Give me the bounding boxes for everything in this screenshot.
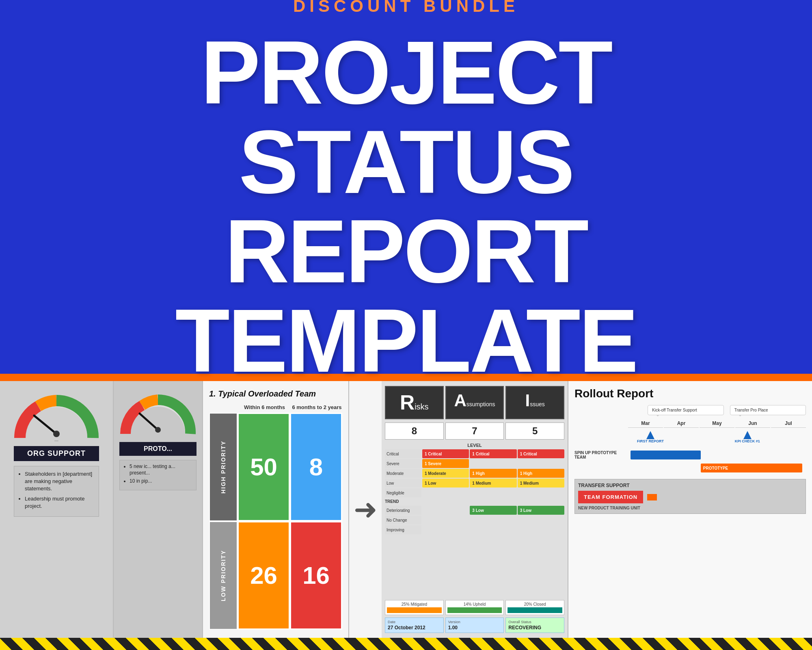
proto-gauge-container: [119, 389, 197, 438]
rai-headers: Risks Assumptions Issues: [385, 386, 564, 419]
rollout-speech-bubbles: Kick-off Transfer Support Transfer Pro P…: [574, 405, 806, 415]
rai-closed: 20% Closed: [505, 600, 564, 615]
rai-row-improving: Improving: [385, 525, 564, 534]
rai-table: Critical 1 Critical 1 Critical 1 Critica…: [385, 449, 564, 597]
arrow-section: ➜: [349, 381, 382, 638]
low-priority-label: LOW PRIORITY: [209, 521, 238, 630]
month-mar: Mar: [628, 419, 663, 428]
proto-bullet-2: 10 in pip...: [130, 478, 192, 485]
rai-i-header: Issues: [505, 386, 564, 419]
gantt-spinup-label: SPIN UP PROTOTYPE TEAM: [574, 451, 627, 459]
hero-section: DISCOUNT BUNDLE PROJECT STATUS REPORT TE…: [0, 0, 812, 374]
matrix-row-low: 26 16: [238, 521, 342, 630]
proto-bullets: 5 new ic... testing a... present... 10 i…: [119, 460, 197, 490]
org-support-label: ORG SUPPORT: [14, 446, 99, 461]
org-gauge-container: ...: [12, 389, 101, 442]
transfer-support-section: TRANSFER SUPPORT TEAM FORMATION NEW PROD…: [574, 479, 806, 514]
matrix-section: 1. Typical Overloaded Team Within 6 mont…: [203, 381, 382, 638]
rai-upheld: 14% Upheld: [445, 600, 504, 615]
rai-status: Overall Status RECOVERING: [505, 618, 564, 633]
rai-version: Version 1.00: [445, 618, 504, 633]
rollout-bar-2: [647, 494, 657, 500]
title-line2: REPORT TEMPLATE: [175, 202, 637, 391]
rai-a-header: Assumptions: [445, 386, 504, 419]
matrix-col2-header: 6 months to 2 years: [292, 404, 342, 411]
main-title: PROJECT STATUS REPORT TEMPLATE: [32, 28, 780, 386]
bubble-transfer: Transfer Pro Place: [730, 405, 806, 415]
cell-high-col2: 8: [290, 413, 342, 521]
rai-row-critical: Critical 1 Critical 1 Critical 1 Critica…: [385, 449, 564, 458]
new-product-label: NEW PRODUCT TRAINING UNIT: [578, 506, 802, 510]
rai-row-no-change: No Change: [385, 516, 564, 524]
month-may: May: [700, 419, 734, 428]
milestones-row: FIRST REPORT KPI CHECK #1: [574, 431, 806, 447]
rai-row-severe: Severe 1 Severe: [385, 459, 564, 468]
month-jun: Jun: [735, 419, 770, 428]
svg-point-4: [155, 427, 161, 433]
content-area: ... ORG SUPPORT Stakeholders in [departm…: [0, 381, 812, 638]
rai-row-negligible: Negligible: [385, 488, 564, 497]
rollout-title: Rollout Report: [574, 387, 806, 400]
hazard-stripe: [0, 638, 812, 650]
svg-line-3: [140, 414, 158, 430]
matrix-row-high: 50 8: [238, 413, 342, 521]
matrix-title: 1. Typical Overloaded Team: [209, 389, 342, 399]
org-gauge-svg: ...: [12, 389, 101, 442]
cell-low-col1: 26: [238, 521, 290, 630]
matrix-panel: 1. Typical Overloaded Team Within 6 mont…: [203, 381, 349, 638]
org-support-panel: ... ORG SUPPORT Stakeholders in [departm…: [0, 381, 114, 638]
month-headers: Mar Apr May Jun Jul: [574, 419, 806, 428]
matrix-cells: 50 8 26 16: [238, 413, 342, 630]
rai-date: Date 27 October 2012: [385, 618, 444, 633]
gantt-spinup-bar: [631, 451, 701, 459]
rai-r-count: 8: [385, 422, 444, 440]
rai-a-count: 7: [445, 422, 504, 440]
first-report-milestone: FIRST REPORT: [637, 431, 664, 443]
kpi-milestone: KPI CHECK #1: [735, 431, 760, 443]
matrix-body: HIGH PRIORITY LOW PRIORITY 50 8 26: [209, 413, 342, 630]
team-formation-button[interactable]: TEAM FORMATION: [578, 491, 643, 503]
cell-high-col1: 50: [238, 413, 290, 521]
team-formation-row: TEAM FORMATION: [578, 491, 802, 503]
high-priority-label: HIGH PRIORITY: [209, 413, 238, 521]
discount-label: DISCOUNT BUNDLE: [293, 0, 519, 16]
bottom-section: ... ORG SUPPORT Stakeholders in [departm…: [0, 381, 812, 650]
svg-line-0: [34, 416, 56, 434]
rai-date-row: Date 27 October 2012 Version 1.00 Overal…: [385, 618, 564, 633]
title-line1: PROJECT STATUS: [201, 23, 611, 212]
cell-low-col2: 16: [290, 521, 342, 630]
gantt-prototype-row: PROTOTYPE: [574, 463, 806, 473]
proto-gauge-svg: [119, 389, 197, 438]
month-apr: Apr: [664, 419, 699, 428]
rai-footer: 25% Mitigated 14% Upheld 20% Closed: [385, 600, 564, 615]
matrix-priority-col: HIGH PRIORITY LOW PRIORITY: [209, 413, 238, 630]
transfer-support-label: TRANSFER SUPPORT: [578, 483, 802, 488]
trend-label: TREND: [385, 498, 564, 505]
rai-level-header: LEVEL: [385, 443, 564, 448]
svg-point-1: [53, 431, 60, 437]
rai-counts: 8 7 5: [385, 422, 564, 440]
org-bullets: Stakeholders in [department] are making …: [14, 466, 99, 517]
right-arrow-icon: ➜: [354, 493, 378, 526]
org-bullet-2: Leadership must promote project.: [25, 495, 95, 510]
month-jul: Jul: [771, 419, 806, 428]
matrix-col1-header: Within 6 months: [239, 404, 290, 411]
svg-text:...: ...: [54, 437, 58, 442]
gantt-spinup-row: SPIN UP PROTOTYPE TEAM: [574, 450, 806, 460]
rollout-gantt: SPIN UP PROTOTYPE TEAM PROTOTYPE: [574, 450, 806, 632]
proto-panel: PROTO... 5 new ic... testing a... presen…: [114, 381, 203, 638]
rai-panel: Risks Assumptions Issues 8 7 5 LEVEL Cri…: [382, 381, 568, 638]
rai-r-header: Risks: [385, 386, 444, 419]
org-bullet-1: Stakeholders in [department] are making …: [25, 470, 95, 493]
rollout-panel: Rollout Report Kick-off Transfer Support…: [568, 381, 812, 638]
rai-row-moderate: Moderate 1 Moderate 1 High 1 High: [385, 469, 564, 478]
gantt-prototype-bar: PROTOTYPE: [701, 464, 803, 472]
proto-label: PROTO...: [119, 442, 197, 456]
rai-row-low: Low 1 Low 1 Medium 1 Medium: [385, 479, 564, 488]
bubble-kickoff: Kick-off Transfer Support: [648, 405, 723, 415]
proto-bullet-1: 5 new ic... testing a... present...: [130, 464, 192, 476]
rai-mitigated: 25% Mitigated: [385, 600, 444, 615]
rai-row-deteriorating: Deteriorating 3 Low 3 Low: [385, 506, 564, 515]
rai-i-count: 5: [505, 422, 564, 440]
